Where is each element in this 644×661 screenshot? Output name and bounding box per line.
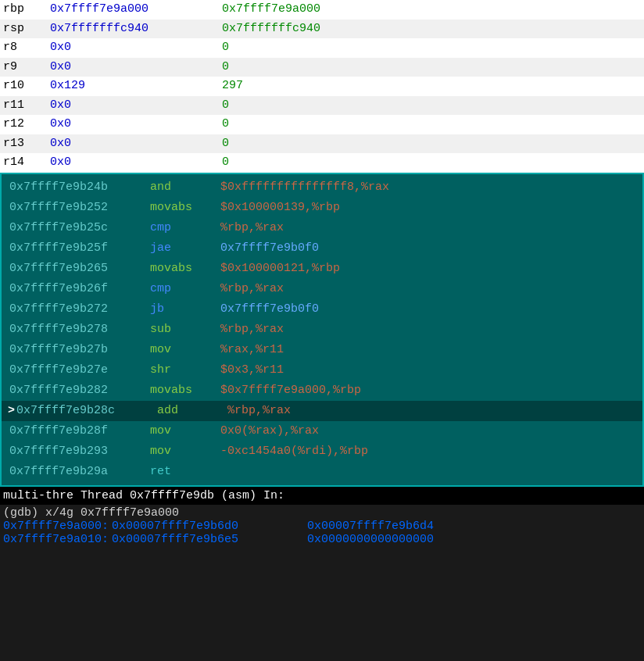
status-text: multi-thre Thread 0x7ffff7e9db (asm) In: xyxy=(3,489,284,502)
gdb-mem-addr: 0x7ffff7e9a010: xyxy=(3,533,109,546)
disasm-mnem: mov xyxy=(150,442,220,461)
disasm-operands: $0xfffffffffffffff8,%rax xyxy=(220,178,389,197)
disasm-operands: $0x100000121,%rbp xyxy=(220,259,340,278)
gdb-mem-addr: 0x7ffff7e9a000: xyxy=(3,520,109,533)
register-row: rsp 0x7fffffffc940 0x7fffffffc940 xyxy=(0,20,644,39)
disasm-addr: 0x7ffff7e9b278 xyxy=(9,320,150,339)
disasm-mnem: mov xyxy=(150,341,220,359)
reg-name: rsp xyxy=(3,20,50,38)
reg-dec: 0x7fffffffc940 xyxy=(222,20,320,38)
register-table: rbp 0x7ffff7e9a000 0x7ffff7e9a000 rsp 0x… xyxy=(0,0,644,173)
disasm-addr: 0x7ffff7e9b27e xyxy=(9,361,150,380)
gdb-memory-line: 0x7ffff7e9a000: 0x00007ffff7e9b6d0 0x000… xyxy=(3,520,641,533)
disasm-addr: 0x7ffff7e9b265 xyxy=(9,259,150,278)
disasm-row: 0x7ffff7e9b282 movabs $0x7ffff7e9a000,%r… xyxy=(2,381,642,401)
disasm-row: 0x7ffff7e9b26f cmp %rbp,%rax xyxy=(2,279,642,299)
gdb-mem-val2: 0x00007ffff7e9b6d4 xyxy=(307,520,434,533)
reg-dec: 0 xyxy=(222,154,229,172)
reg-dec: 0x7ffff7e9a000 xyxy=(222,1,320,19)
reg-name: r12 xyxy=(3,116,50,134)
disasm-mnem: and xyxy=(150,178,220,197)
gdb-section: (gdb) x/4g 0x7ffff7e9a000 0x7ffff7e9a000… xyxy=(0,505,644,548)
disasm-addr: 0x7ffff7e9b28f xyxy=(9,422,150,441)
disasm-row: 0x7ffff7e9b27b mov %rax,%r11 xyxy=(2,340,642,360)
disasm-operands: %rbp,%rax xyxy=(227,402,291,420)
disasm-row: 0x7ffff7e9b29a ret xyxy=(2,462,642,482)
disasm-operands: $0x3,%r11 xyxy=(220,361,284,380)
disasm-addr: 0x7ffff7e9b26f xyxy=(9,280,150,298)
reg-dec: 0 xyxy=(222,59,229,77)
reg-hex: 0x0 xyxy=(50,154,222,172)
disasm-row: 0x7ffff7e9b265 movabs $0x100000121,%rbp xyxy=(2,259,642,279)
disasm-row: 0x7ffff7e9b272 jb 0x7ffff7e9b0f0 xyxy=(2,299,642,320)
disasm-mnem: movabs xyxy=(150,198,220,217)
disasm-addr: 0x7ffff7e9b272 xyxy=(9,300,150,319)
reg-name: rbp xyxy=(3,1,50,19)
reg-hex: 0x0 xyxy=(50,59,222,77)
disasm-row: 0x7ffff7e9b28f mov 0x0(%rax),%rax xyxy=(2,421,642,441)
disasm-row: 0x7ffff7e9b25f jae 0x7ffff7e9b0f0 xyxy=(2,238,642,259)
reg-hex: 0x0 xyxy=(50,116,222,134)
disasm-mnem: jb xyxy=(150,300,220,319)
reg-name: r8 xyxy=(3,39,50,57)
register-row: r9 0x0 0 xyxy=(0,58,644,77)
reg-hex: 0x7fffffffc940 xyxy=(50,20,222,38)
disasm-row: 0x7ffff7e9b278 sub %rbp,%rax xyxy=(2,320,642,340)
disasm-mnem: mov xyxy=(150,422,220,441)
disasm-addr: 0x7ffff7e9b27b xyxy=(9,341,150,359)
disasm-addr: 0x7ffff7e9b25c xyxy=(9,219,150,238)
disasm-row: 0x7ffff7e9b252 movabs $0x100000139,%rbp xyxy=(2,198,642,218)
disasm-operands: 0x7ffff7e9b0f0 xyxy=(220,300,319,319)
register-row: r10 0x129 297 xyxy=(0,77,644,96)
status-bar: multi-thre Thread 0x7ffff7e9db (asm) In: xyxy=(0,487,644,505)
register-row: r8 0x0 0 xyxy=(0,38,644,58)
reg-hex: 0x0 xyxy=(50,135,222,153)
disasm-operands: %rax,%r11 xyxy=(220,341,284,359)
disasm-operands: %rbp,%rax xyxy=(220,219,284,238)
disasm-row: 0x7ffff7e9b25c cmp %rbp,%rax xyxy=(2,218,642,238)
disasm-addr: 0x7ffff7e9b29a xyxy=(9,463,150,481)
disasm-row: 0x7ffff7e9b24b and $0xfffffffffffffff8,%… xyxy=(2,177,642,198)
reg-dec: 0 xyxy=(222,135,229,153)
gdb-mem-val2: 0x0000000000000000 xyxy=(307,533,434,546)
disasm-addr: 0x7ffff7e9b252 xyxy=(9,198,150,217)
reg-hex: 0x0 xyxy=(50,97,222,115)
reg-dec: 0 xyxy=(222,39,229,57)
disasm-mnem: cmp xyxy=(150,280,220,298)
reg-name: r14 xyxy=(3,154,50,172)
register-row: r13 0x0 0 xyxy=(0,134,644,154)
disasm-addr: 0x7ffff7e9b28c xyxy=(16,402,157,420)
disasm-mnem: shr xyxy=(150,361,220,380)
disasm-operands: $0x100000139,%rbp xyxy=(220,198,340,217)
gdb-mem-val1: 0x00007ffff7e9b6e5 xyxy=(112,533,307,546)
disasm-mnem: cmp xyxy=(150,219,220,238)
reg-name: r11 xyxy=(3,97,50,115)
disasm-mnem: add xyxy=(157,402,227,420)
register-row: r14 0x0 0 xyxy=(0,153,644,173)
disasm-mnem: sub xyxy=(150,320,220,339)
disasm-addr: 0x7ffff7e9b282 xyxy=(9,381,150,400)
gdb-memory-line: 0x7ffff7e9a010: 0x00007ffff7e9b6e5 0x000… xyxy=(3,533,641,546)
disasm-operands: %rbp,%rax xyxy=(220,320,284,339)
disasm-row: 0x7ffff7e9b27e shr $0x3,%r11 xyxy=(2,360,642,381)
disasm-operands: $0x7ffff7e9a000,%rbp xyxy=(220,381,361,400)
disasm-row: 0x7ffff7e9b28c add %rbp,%rax xyxy=(2,401,642,421)
register-row: rbp 0x7ffff7e9a000 0x7ffff7e9a000 xyxy=(0,0,644,20)
gdb-mem-val1: 0x00007ffff7e9b6d0 xyxy=(112,520,307,533)
disasm-row: 0x7ffff7e9b293 mov -0xc1454a0(%rdi),%rbp xyxy=(2,441,642,462)
disasm-operands: 0x0(%rax),%rax xyxy=(220,422,319,441)
reg-dec: 297 xyxy=(222,77,243,95)
disasm-addr: 0x7ffff7e9b24b xyxy=(9,178,150,197)
reg-hex: 0x7ffff7e9a000 xyxy=(50,1,222,19)
register-row: r12 0x0 0 xyxy=(0,115,644,134)
disasm-section: 0x7ffff7e9b24b and $0xfffffffffffffff8,%… xyxy=(0,173,644,487)
reg-name: r9 xyxy=(3,59,50,77)
reg-hex: 0x129 xyxy=(50,77,222,95)
disasm-addr: 0x7ffff7e9b293 xyxy=(9,442,150,461)
disasm-mnem: movabs xyxy=(150,381,220,400)
disasm-operands: %rbp,%rax xyxy=(220,280,284,298)
reg-dec: 0 xyxy=(222,116,229,134)
reg-dec: 0 xyxy=(222,97,229,115)
register-row: r11 0x0 0 xyxy=(0,96,644,116)
gdb-prompt-text: (gdb) x/4g 0x7ffff7e9a000 xyxy=(3,506,179,520)
